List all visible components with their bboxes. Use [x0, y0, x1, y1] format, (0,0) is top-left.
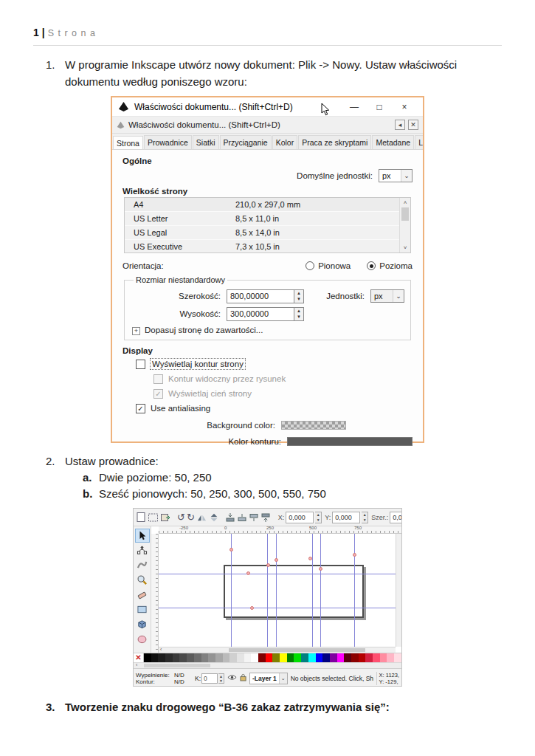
panel-close-icon[interactable]: ✕	[408, 120, 418, 130]
no-color-swatch[interactable]: ✕	[134, 653, 144, 662]
palette-swatch[interactable]	[223, 653, 230, 662]
tab-strona[interactable]: Strona	[113, 136, 143, 150]
height-spinner[interactable]: ▲▼	[294, 307, 304, 321]
layer-select[interactable]: -Layer 1 ⌄	[249, 673, 288, 684]
palette-swatch[interactable]	[344, 653, 351, 662]
ellipse-tool-icon[interactable]	[135, 632, 150, 646]
canvas-vertical-scrollbar[interactable]	[396, 534, 401, 647]
palette-swatch[interactable]	[237, 653, 244, 662]
scrollbar-thumb[interactable]	[401, 207, 409, 221]
palette-swatch[interactable]	[287, 653, 294, 662]
layer-lock-icon[interactable]	[240, 673, 246, 683]
palette-swatch[interactable]	[294, 653, 301, 662]
palette-swatch[interactable]	[208, 653, 215, 662]
flip-horizontal-icon[interactable]	[196, 511, 207, 524]
guide-anchor-dot[interactable]	[250, 606, 254, 610]
x-field-input[interactable]: 0,000	[286, 512, 314, 523]
box-3d-tool-icon[interactable]	[135, 617, 150, 631]
palette-swatch[interactable]	[258, 653, 266, 662]
y-field-input[interactable]: 0,000	[332, 512, 360, 523]
list-item[interactable]: US Letter 8,5 x 11,0 in	[125, 212, 399, 226]
x-field-spinner[interactable]: ▲▼	[315, 512, 322, 523]
palette-swatch[interactable]	[387, 653, 394, 662]
y-field-spinner[interactable]: ▲▼	[362, 512, 368, 523]
minimize-icon[interactable]: —	[342, 102, 367, 112]
palette-swatch[interactable]	[308, 653, 316, 662]
width-input[interactable]: 800,00000	[227, 289, 294, 303]
zoom-tool-icon[interactable]	[135, 573, 150, 587]
tab-przyciaganie[interactable]: Przyciąganie	[220, 135, 272, 149]
tab-kolor[interactable]: Kolor	[272, 135, 298, 149]
inkscape-canvas[interactable]: -250 0 250 500 750	[151, 526, 401, 653]
units-select[interactable]: px ⌄	[370, 289, 404, 303]
guide-line[interactable]	[276, 534, 277, 647]
tab-siatki[interactable]: Siatki	[193, 135, 219, 149]
canvas-page-rectangle[interactable]	[224, 565, 364, 618]
width-spinner[interactable]: ▲▼	[294, 289, 304, 303]
tab-metadane[interactable]: Metadane	[372, 135, 414, 149]
rotate-cw-icon[interactable]: ↻	[187, 511, 195, 524]
guide-line[interactable]	[320, 534, 321, 647]
node-tool-icon[interactable]	[135, 543, 150, 557]
guide-anchor-dot[interactable]	[319, 567, 322, 571]
background-color-swatch[interactable]	[281, 421, 346, 430]
guide-line[interactable]	[312, 534, 313, 647]
tweak-tool-icon[interactable]	[135, 558, 150, 572]
palette-swatch[interactable]	[194, 653, 201, 662]
palette-swatch[interactable]	[322, 653, 330, 662]
palette-swatch[interactable]	[272, 653, 280, 662]
rotate-ccw-icon[interactable]: ↺	[177, 511, 185, 524]
scrollbar-thumb[interactable]	[144, 664, 210, 667]
lower-icon[interactable]	[237, 511, 247, 524]
palette-swatch[interactable]	[266, 653, 273, 662]
guide-anchor-dot[interactable]	[266, 563, 270, 567]
guide-anchor-dot[interactable]	[308, 557, 312, 560]
radio-landscape[interactable]: Pozioma	[367, 261, 413, 270]
dialog-titlebar[interactable]: Właściwości dokumentu... (Shift+Ctrl+D) …	[112, 97, 423, 117]
checkbox-border-on-top[interactable]: Kontur widoczny przez rysunek	[153, 373, 413, 385]
frame-select-icon[interactable]	[148, 511, 159, 524]
fit-page-expander[interactable]: +Dopasuj stronę do zawartości...	[132, 326, 404, 335]
palette-swatch[interactable]	[365, 653, 373, 662]
list-scrollbar[interactable]: ˄ ˅	[399, 198, 410, 252]
palette-swatch[interactable]	[359, 653, 366, 662]
guide-anchor-dot[interactable]	[229, 548, 233, 551]
raise-icon[interactable]	[249, 511, 259, 524]
width-field-input[interactable]: 0,000	[390, 512, 402, 523]
palette-swatch[interactable]	[244, 653, 252, 662]
scrollbar-thumb[interactable]	[229, 648, 365, 652]
default-units-select[interactable]: px ⌄	[379, 169, 413, 182]
palette-swatch[interactable]	[330, 653, 337, 662]
guide-anchor-dot[interactable]	[246, 571, 250, 575]
guide-line[interactable]	[354, 534, 355, 647]
measure-tool-icon[interactable]	[135, 588, 150, 602]
palette-swatch[interactable]	[373, 653, 380, 662]
list-item[interactable]: US Legal 8,5 x 14,0 in	[125, 226, 399, 240]
scroll-left-icon[interactable]: ‹	[136, 662, 137, 667]
palette-swatch[interactable]	[215, 653, 223, 662]
guide-line[interactable]	[159, 574, 396, 574]
canvas-horizontal-scrollbar[interactable]: ‹	[159, 647, 396, 653]
maximize-icon[interactable]: □	[367, 102, 392, 112]
selector-tool-icon[interactable]	[135, 529, 150, 543]
checkbox-use-antialiasing[interactable]: ✓ Use antialiasing	[136, 402, 413, 414]
scroll-left-icon[interactable]: ‹	[160, 647, 162, 652]
list-item[interactable]: US Executive 7,3 x 10,5 in	[125, 240, 399, 252]
lower-to-bottom-icon[interactable]	[225, 511, 235, 524]
layer-visibility-icon[interactable]	[227, 674, 237, 682]
guide-line[interactable]	[159, 608, 396, 608]
palette-swatch[interactable]	[144, 653, 151, 662]
close-icon[interactable]: ×	[392, 102, 417, 112]
raise-to-top-icon[interactable]	[260, 511, 271, 524]
list-item[interactable]: A4 210,0 x 297,0 mm	[125, 198, 399, 212]
palette-swatch[interactable]	[179, 653, 187, 662]
height-input[interactable]: 300,00000	[227, 307, 294, 321]
palette-swatch[interactable]	[151, 653, 159, 662]
palette-swatch[interactable]	[229, 653, 237, 662]
scroll-up-icon[interactable]: ˄	[400, 198, 410, 207]
opacity-spinner[interactable]: ▲▼	[218, 673, 224, 684]
vertical-ruler[interactable]	[151, 534, 159, 653]
palette-swatch[interactable]	[187, 653, 194, 662]
panel-dock-icon[interactable]: ◂	[395, 120, 405, 130]
checkbox-show-page-border[interactable]: Wyświetlaj kontur strony	[136, 358, 413, 370]
